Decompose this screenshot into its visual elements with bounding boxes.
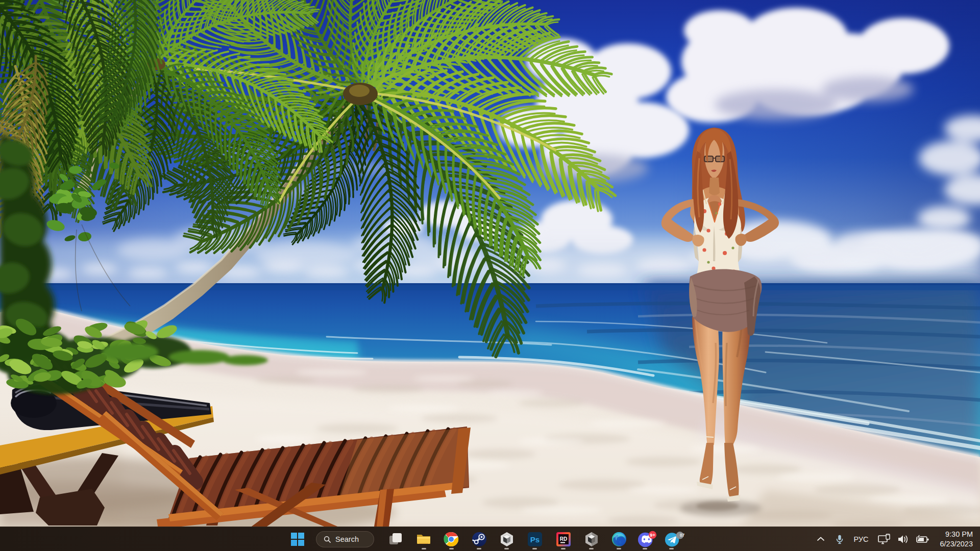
svg-text:07: 07 [680,533,685,538]
svg-text:RD: RD [560,536,567,542]
svg-text:Ps: Ps [530,535,540,544]
svg-text:9+: 9+ [650,533,655,538]
